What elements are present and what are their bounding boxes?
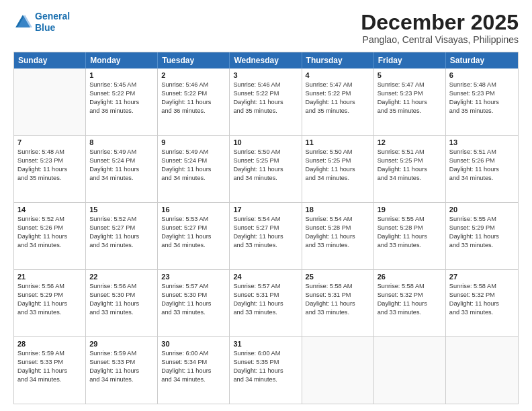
cell-info-line: Sunrise: 5:51 AM: [378, 148, 442, 156]
cal-cell-3: 3Sunrise: 5:46 AMSunset: 5:22 PMDaylight…: [230, 68, 302, 135]
cal-cell-empty: [14, 68, 86, 135]
cell-info-line: and 33 minutes.: [17, 308, 82, 317]
cell-info-line: Sunrise: 5:52 AM: [89, 215, 154, 224]
cell-info-line: and 33 minutes.: [378, 241, 442, 250]
cell-info-line: and 35 minutes.: [306, 107, 370, 116]
day-number: 28: [17, 340, 82, 348]
cell-info-line: Daylight: 11 hours: [161, 367, 226, 375]
cal-cell-7: 7Sunrise: 5:48 AMSunset: 5:23 PMDaylight…: [14, 136, 86, 202]
cell-info-line: and 34 minutes.: [233, 375, 298, 384]
day-number: 8: [89, 138, 154, 146]
day-number: 2: [161, 71, 226, 79]
cell-info-line: Sunset: 5:25 PM: [233, 156, 298, 165]
cell-info-line: Sunrise: 5:55 AM: [449, 215, 515, 224]
cell-info-line: Sunrise: 5:52 AM: [17, 215, 82, 224]
day-number: 14: [17, 205, 82, 214]
title-block: December 2025 Panglao, Central Visayas, …: [361, 11, 519, 45]
cell-info-line: Sunrise: 6:00 AM: [161, 349, 226, 358]
cell-info-line: Sunrise: 6:00 AM: [233, 349, 298, 358]
cell-info-line: Sunset: 5:31 PM: [233, 291, 298, 300]
cell-info-line: Sunrise: 5:58 AM: [449, 282, 515, 291]
cell-info-line: Sunrise: 5:58 AM: [306, 282, 370, 291]
month-title: December 2025: [361, 11, 519, 34]
cell-info-line: and 34 minutes.: [161, 241, 226, 250]
cell-info-line: Daylight: 11 hours: [17, 165, 82, 174]
day-number: 6: [449, 71, 515, 79]
cell-info-line: Sunset: 5:25 PM: [306, 156, 370, 165]
cell-info-line: and 34 minutes.: [161, 375, 226, 384]
cal-cell-16: 16Sunrise: 5:53 AMSunset: 5:27 PMDayligh…: [158, 203, 230, 269]
cell-info-line: Sunset: 5:27 PM: [233, 224, 298, 232]
cell-info-line: Sunrise: 5:59 AM: [89, 349, 154, 358]
cell-info-line: Daylight: 11 hours: [89, 367, 154, 375]
cell-info-line: Sunset: 5:23 PM: [449, 89, 515, 98]
cell-info-line: Daylight: 11 hours: [378, 165, 442, 174]
cell-info-line: Sunrise: 5:50 AM: [233, 148, 298, 156]
header-day-sunday: Sunday: [14, 52, 86, 68]
day-number: 7: [17, 138, 82, 146]
cal-cell-12: 12Sunrise: 5:51 AMSunset: 5:25 PMDayligh…: [374, 136, 446, 202]
cal-cell-20: 20Sunrise: 5:55 AMSunset: 5:29 PMDayligh…: [446, 203, 518, 269]
cell-info-line: Sunset: 5:30 PM: [161, 291, 226, 300]
cell-info-line: and 34 minutes.: [17, 375, 82, 384]
cal-cell-17: 17Sunrise: 5:54 AMSunset: 5:27 PMDayligh…: [230, 203, 302, 269]
cell-info-line: Sunrise: 5:46 AM: [161, 81, 226, 89]
cell-info-line: Sunset: 5:25 PM: [378, 156, 442, 165]
cell-info-line: and 33 minutes.: [306, 308, 370, 317]
cal-cell-10: 10Sunrise: 5:50 AMSunset: 5:25 PMDayligh…: [230, 136, 302, 202]
cell-info-line: and 34 minutes.: [89, 174, 154, 183]
cell-info-line: Sunrise: 5:46 AM: [233, 81, 298, 89]
logo-text: General Blue: [35, 11, 70, 34]
cell-info-line: and 33 minutes.: [378, 308, 442, 317]
cell-info-line: Sunset: 5:22 PM: [233, 89, 298, 98]
cell-info-line: Daylight: 11 hours: [449, 300, 515, 308]
location: Panglao, Central Visayas, Philippines: [361, 34, 519, 45]
cell-info-line: and 33 minutes.: [449, 241, 515, 250]
cell-info-line: and 34 minutes.: [161, 174, 226, 183]
cell-info-line: Sunset: 5:34 PM: [161, 358, 226, 367]
cell-info-line: Sunrise: 5:56 AM: [89, 282, 154, 291]
cell-info-line: Daylight: 11 hours: [306, 98, 370, 107]
cal-cell-24: 24Sunrise: 5:57 AMSunset: 5:31 PMDayligh…: [230, 270, 302, 336]
cell-info-line: Sunrise: 5:49 AM: [161, 148, 226, 156]
cell-info-line: Sunset: 5:28 PM: [306, 224, 370, 232]
day-number: 13: [449, 138, 515, 146]
cell-info-line: Daylight: 11 hours: [233, 367, 298, 375]
cell-info-line: Daylight: 11 hours: [89, 98, 154, 107]
cell-info-line: Daylight: 11 hours: [378, 232, 442, 241]
page: General Blue December 2025 Panglao, Cent…: [0, 0, 532, 411]
cell-info-line: Daylight: 11 hours: [17, 300, 82, 308]
cell-info-line: Sunset: 5:28 PM: [378, 224, 442, 232]
cal-cell-13: 13Sunrise: 5:51 AMSunset: 5:26 PMDayligh…: [446, 136, 518, 202]
header: General Blue December 2025 Panglao, Cent…: [13, 11, 519, 45]
cell-info-line: and 36 minutes.: [161, 107, 226, 116]
cell-info-line: Sunset: 5:31 PM: [306, 291, 370, 300]
calendar-week-3: 14Sunrise: 5:52 AMSunset: 5:26 PMDayligh…: [14, 202, 518, 269]
cell-info-line: Daylight: 11 hours: [89, 232, 154, 241]
cell-info-line: Sunrise: 5:55 AM: [378, 215, 442, 224]
cell-info-line: Daylight: 11 hours: [161, 232, 226, 241]
cell-info-line: Sunset: 5:26 PM: [17, 224, 82, 232]
day-number: 18: [306, 205, 370, 214]
cal-cell-2: 2Sunrise: 5:46 AMSunset: 5:22 PMDaylight…: [158, 68, 230, 135]
logo-icon: [13, 13, 32, 32]
cell-info-line: Sunset: 5:22 PM: [306, 89, 370, 98]
day-number: 20: [449, 205, 515, 214]
cell-info-line: Daylight: 11 hours: [449, 98, 515, 107]
cell-info-line: Sunset: 5:33 PM: [89, 358, 154, 367]
cell-info-line: Sunrise: 5:58 AM: [378, 282, 442, 291]
cell-info-line: and 33 minutes.: [306, 241, 370, 250]
cell-info-line: Sunset: 5:30 PM: [89, 291, 154, 300]
cell-info-line: Sunset: 5:32 PM: [449, 291, 515, 300]
cell-info-line: Sunrise: 5:54 AM: [233, 215, 298, 224]
day-number: 21: [17, 273, 82, 281]
cal-cell-empty: [446, 337, 518, 404]
day-number: 11: [306, 138, 370, 146]
cell-info-line: Sunset: 5:33 PM: [17, 358, 82, 367]
cell-info-line: and 34 minutes.: [89, 375, 154, 384]
cell-info-line: Sunset: 5:27 PM: [161, 224, 226, 232]
day-number: 31: [233, 340, 298, 348]
header-day-thursday: Thursday: [302, 52, 374, 68]
cell-info-line: Sunrise: 5:57 AM: [161, 282, 226, 291]
cell-info-line: Sunrise: 5:56 AM: [17, 282, 82, 291]
